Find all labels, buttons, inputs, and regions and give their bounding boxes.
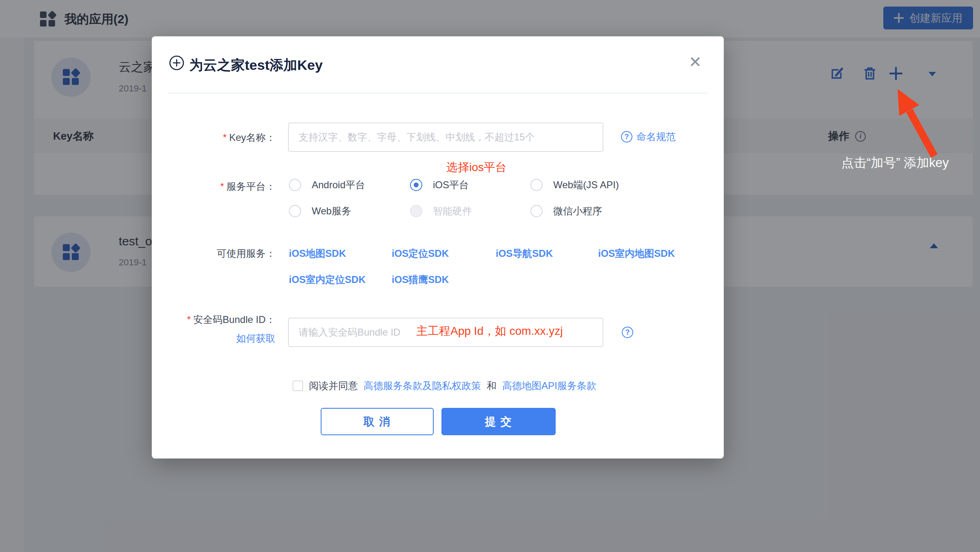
sdk-link-ios-indoor-map[interactable]: iOS室内地图SDK	[598, 247, 675, 260]
key-name-input[interactable]	[288, 122, 603, 152]
radio-wechat-miniprogram[interactable]: 微信小程序	[530, 205, 602, 218]
bundle-id-label: *安全码Bundle ID：	[152, 313, 275, 326]
modal-header-divider	[168, 93, 707, 93]
radio-disabled-icon	[410, 205, 422, 217]
circle-plus-icon	[169, 55, 184, 71]
naming-rules-link[interactable]: ? 命名规范	[621, 130, 676, 143]
radio-ios-platform[interactable]: iOS平台	[410, 178, 469, 191]
agreement-prefix: 阅读并同意	[309, 379, 358, 392]
required-mark: *	[223, 132, 226, 143]
agreement-checkbox[interactable]	[293, 381, 303, 391]
key-name-label: *Key名称：	[152, 131, 275, 144]
radio-android-platform[interactable]: Android平台	[289, 178, 365, 191]
platform-label: *服务平台：	[152, 180, 275, 193]
radio-icon	[530, 205, 543, 217]
question-icon: ?	[622, 327, 633, 338]
sdk-link-ios-map[interactable]: iOS地图SDK	[289, 247, 346, 260]
sdk-link-ios-navigation[interactable]: iOS导航SDK	[496, 247, 553, 260]
radio-checked-icon	[410, 179, 422, 191]
agreement-conjunction: 和	[487, 379, 497, 392]
red-arrow-annotation	[877, 82, 959, 163]
bundle-help-icon[interactable]: ?	[622, 327, 633, 338]
radio-web-service[interactable]: Web服务	[289, 205, 351, 218]
choose-ios-annotation: 选择ios平台	[446, 160, 507, 175]
required-mark: *	[187, 314, 191, 325]
required-mark: *	[220, 181, 224, 192]
radio-icon	[289, 179, 301, 191]
sdk-link-ios-location[interactable]: iOS定位SDK	[392, 247, 449, 260]
radio-icon	[530, 179, 543, 191]
cancel-button[interactable]: 取 消	[321, 408, 434, 435]
how-to-get-link[interactable]: 如何获取	[152, 332, 275, 345]
submit-button[interactable]: 提 交	[441, 408, 556, 435]
sdk-link-ios-falcon[interactable]: iOS猎鹰SDK	[392, 273, 449, 286]
question-icon: ?	[621, 131, 632, 142]
terms-privacy-link[interactable]: 高德服务条款及隐私权政策	[364, 379, 481, 392]
radio-icon	[289, 205, 301, 217]
bundle-id-annotation: 主工程App Id，如 com.xx.yzj	[416, 323, 563, 339]
app-screen: 我的应用(2) 创建新应用 云之家 2019-1	[0, 0, 980, 552]
add-key-modal: 为云之家test添加Key ✕ *Key名称： ? 命名规范 选择ios平台 *…	[152, 36, 724, 459]
arrow-annotation-text: 点击“加号” 添加key	[841, 154, 949, 171]
modal-header: 为云之家test添加Key ✕	[152, 36, 724, 93]
radio-web-js-api[interactable]: Web端(JS API)	[530, 178, 619, 191]
agreement-row: 阅读并同意 高德服务条款及隐私权政策 和 高德地图API服务条款	[293, 379, 596, 392]
services-label: 可使用服务：	[152, 247, 275, 260]
radio-smart-hardware: 智能硬件	[410, 205, 472, 218]
close-icon[interactable]: ✕	[689, 54, 702, 70]
api-terms-link[interactable]: 高德地图API服务条款	[502, 379, 596, 392]
sdk-link-ios-indoor-location[interactable]: iOS室内定位SDK	[289, 273, 366, 286]
modal-title: 为云之家test添加Key	[189, 56, 323, 75]
